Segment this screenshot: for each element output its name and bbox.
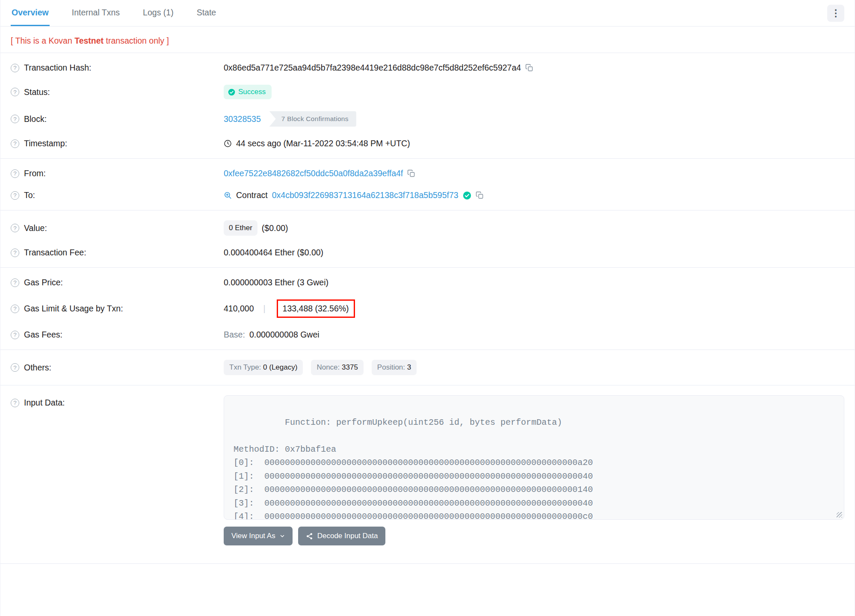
warning-bold: Testnet	[74, 36, 104, 45]
chevron-down-icon	[280, 533, 285, 539]
position-key: Position:	[377, 363, 405, 371]
testnet-warning: [ This is a Kovan Testnet transaction on…	[0, 27, 855, 53]
verified-contract-icon	[463, 191, 471, 200]
value-usd: ($0.00)	[262, 223, 288, 233]
to-label: To:	[24, 190, 35, 200]
gas-limit-label: Gas Limit & Usage by Txn:	[24, 304, 123, 314]
block-label: Block:	[24, 114, 47, 124]
row-timestamp: ? Timestamp: 44 secs ago (Mar-11-2022 03…	[0, 133, 855, 154]
help-icon[interactable]: ?	[11, 139, 19, 148]
input-data-textarea[interactable]: Function: performUpkeep(uint256 id, byte…	[224, 395, 844, 520]
copy-icon[interactable]	[525, 64, 533, 72]
txn-type-key: Txn Type:	[229, 363, 261, 371]
help-icon[interactable]: ?	[11, 64, 19, 72]
status-badge: Success	[224, 85, 272, 99]
nonce-key: Nonce:	[317, 363, 340, 371]
row-transaction-hash: ? Transaction Hash: 0x86ed5a771e725aa94d…	[0, 57, 855, 79]
row-gas-fees: ? Gas Fees: Base: 0.000000008 Gwei	[0, 324, 855, 346]
group-gas: ? Gas Price: 0.000000003 Ether (3 Gwei) …	[0, 267, 855, 349]
decode-input-data-label: Decode Input Data	[317, 532, 378, 540]
group-input-data: ? Input Data: Function: performUpkeep(ui…	[0, 385, 855, 568]
group-parties: ? From: 0xfee7522e8482682cf50ddc50a0f8da…	[0, 158, 855, 210]
help-icon[interactable]: ?	[11, 331, 19, 339]
help-icon[interactable]: ?	[11, 224, 19, 232]
separator: |	[263, 304, 266, 314]
help-icon[interactable]: ?	[11, 191, 19, 200]
group-summary: ? Transaction Hash: 0x86ed5a771e725aa94d…	[0, 53, 855, 158]
value-label: Value:	[24, 223, 47, 233]
row-status: ? Status: Success	[0, 79, 855, 105]
row-transaction-fee: ? Transaction Fee: 0.000400464 Ether ($0…	[0, 242, 855, 264]
group-others: ? Others: Txn Type: 0 (Legacy) Nonce: 33…	[0, 349, 855, 385]
transaction-fee-label: Transaction Fee:	[24, 248, 86, 258]
block-confirmations-badge: 7 Block Confirmations	[269, 111, 356, 127]
nonce-value: 3375	[342, 363, 358, 371]
position-value: 3	[407, 363, 411, 371]
copy-icon[interactable]	[407, 169, 415, 178]
value-badge: 0 Ether	[224, 220, 257, 236]
copy-icon[interactable]	[476, 191, 484, 199]
transaction-fee-value: 0.000400464 Ether ($0.00)	[224, 248, 323, 258]
input-data-actions: View Input As Decode Input Data	[224, 527, 844, 545]
warning-suffix: transaction only ]	[104, 36, 169, 45]
nonce-badge: Nonce: 3375	[311, 360, 363, 375]
help-icon[interactable]: ?	[11, 249, 19, 257]
transaction-overview-page: Overview Internal Txns Logs (1) State ⋮ …	[0, 0, 855, 616]
tab-internal-txns[interactable]: Internal Txns	[71, 0, 121, 26]
others-label: Others:	[24, 363, 51, 373]
row-gas-price: ? Gas Price: 0.000000003 Ether (3 Gwei)	[0, 272, 855, 293]
row-block: ? Block: 30328535 7 Block Confirmations	[0, 105, 855, 133]
gas-limit-value: 410,000	[224, 304, 254, 314]
view-input-as-button[interactable]: View Input As	[224, 527, 293, 545]
transaction-hash-label: Transaction Hash:	[24, 63, 92, 73]
tab-overview[interactable]: Overview	[11, 0, 50, 26]
from-label: From:	[24, 169, 46, 178]
gas-used-annotation-box: 133,488 (32.56%)	[277, 299, 355, 318]
help-icon[interactable]: ?	[11, 115, 19, 123]
tab-logs[interactable]: Logs (1)	[142, 0, 175, 26]
status-label: Status:	[24, 87, 50, 97]
gas-price-label: Gas Price:	[24, 278, 63, 287]
txn-type-value: 0 (Legacy)	[263, 363, 297, 371]
row-label: ? Transaction Hash:	[11, 63, 224, 73]
gas-fees-base-label: Base:	[224, 330, 245, 340]
row-from: ? From: 0xfee7522e8482682cf50ddc50a0f8da…	[0, 163, 855, 184]
decode-input-data-button[interactable]: Decode Input Data	[298, 527, 386, 545]
help-icon[interactable]: ?	[11, 278, 19, 287]
resize-handle[interactable]	[837, 512, 842, 518]
row-input-data: ? Input Data: Function: performUpkeep(ui…	[0, 389, 855, 551]
tab-state[interactable]: State	[196, 0, 217, 26]
decode-icon	[306, 533, 313, 540]
check-circle-icon	[228, 89, 235, 96]
help-icon[interactable]: ?	[11, 169, 19, 178]
view-input-as-label: View Input As	[231, 532, 275, 540]
zoom-in-icon[interactable]	[224, 191, 232, 199]
txn-type-badge: Txn Type: 0 (Legacy)	[224, 360, 303, 375]
timestamp-value: 44 secs ago (Mar-11-2022 03:54:48 PM +UT…	[236, 139, 410, 148]
row-to: ? To: Contract 0x4cb093f226983713164a621…	[0, 184, 855, 206]
to-contract-word: Contract	[236, 190, 268, 200]
gas-used-value: 133,488 (32.56%)	[283, 304, 349, 313]
warning-prefix: [ This is a Kovan	[11, 36, 74, 45]
input-data-content: Function: performUpkeep(uint256 id, byte…	[234, 418, 593, 520]
help-icon[interactable]: ?	[11, 363, 19, 372]
help-icon[interactable]: ?	[11, 399, 19, 407]
block-number-link[interactable]: 30328535	[224, 114, 261, 124]
help-icon[interactable]: ?	[11, 305, 19, 313]
timestamp-label: Timestamp:	[24, 139, 67, 148]
tab-bar: Overview Internal Txns Logs (1) State ⋮	[0, 0, 855, 27]
row-gas-limit-usage: ? Gas Limit & Usage by Txn: 410,000 | 13…	[0, 293, 855, 324]
gas-price-value: 0.000000003 Ether (3 Gwei)	[224, 278, 328, 287]
to-address-link[interactable]: 0x4cb093f226983713164a62138c3f718a5b595f…	[272, 190, 459, 200]
help-icon[interactable]: ?	[11, 88, 19, 96]
position-badge: Position: 3	[372, 360, 417, 375]
row-others: ? Others: Txn Type: 0 (Legacy) Nonce: 33…	[0, 354, 855, 381]
input-data-label: Input Data:	[24, 398, 65, 408]
bottom-divider	[0, 563, 855, 564]
group-value: ? Value: 0 Ether ($0.00) ? Transaction F…	[0, 210, 855, 267]
from-address-link[interactable]: 0xfee7522e8482682cf50ddc50a0f8da2a39effa…	[224, 169, 403, 178]
kebab-menu-icon[interactable]: ⋮	[827, 5, 844, 22]
clock-icon	[224, 139, 232, 148]
gas-fees-label: Gas Fees:	[24, 330, 62, 340]
row-value: ? Value: 0 Ether ($0.00)	[0, 214, 855, 242]
